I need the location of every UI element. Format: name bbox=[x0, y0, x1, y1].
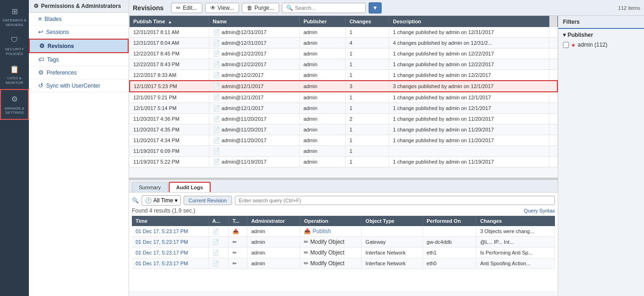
cell-performed-on bbox=[423, 226, 476, 237]
main-content: Revisions ✏ Edit... 👁 View... 🗑 Purge...… bbox=[129, 0, 644, 296]
table-row[interactable]: 12/31/2017 8:04 AM 📄admin@12/31/2017 adm… bbox=[130, 38, 557, 48]
cell-changes: 2 bbox=[345, 114, 389, 124]
audit-table-wrap: Time A... T... Administrator Operation O… bbox=[132, 216, 555, 288]
table-row[interactable]: 11/19/2017 5:22 PM 📄admin@11/19/2017 adm… bbox=[130, 157, 557, 167]
sidebar-icons: ⊞ GATEWAYS & SERVERS 🛡 SECURITY POLICIES… bbox=[0, 0, 29, 296]
cell-description bbox=[389, 146, 549, 157]
sidebar-item-sessions[interactable]: ↩ Sessions bbox=[29, 26, 129, 39]
table-row[interactable]: 12/1/2017 5:21 PM 📄admin@12/1/2017 admin… bbox=[130, 92, 557, 103]
sidebar-item-revisions[interactable]: ⚙ Revisions bbox=[29, 39, 129, 53]
table-row[interactable]: 12/1/2017 5:14 PM 📄admin@12/1/2017 admin… bbox=[130, 103, 557, 114]
audit-search-icon: 🔍 bbox=[132, 197, 139, 204]
cell-admin: admin bbox=[247, 226, 300, 237]
cell-name: 📄admin@12/1/2017 bbox=[209, 81, 300, 92]
edit-button[interactable]: ✏ Edit... bbox=[171, 3, 202, 13]
cell-scroll bbox=[549, 70, 558, 81]
cell-name: 📄admin@11/20/2017 bbox=[209, 114, 300, 124]
table-row[interactable]: 11/20/2017 4:34 PM 📄admin@11/20/2017 adm… bbox=[130, 135, 557, 146]
time-dropdown[interactable]: 🕐 All Time ▾ bbox=[142, 195, 181, 206]
col-changes[interactable]: Changes bbox=[476, 216, 555, 226]
current-revision-button[interactable]: Current Revision bbox=[184, 196, 232, 205]
cell-scroll bbox=[549, 146, 558, 157]
cell-changes: 1 bbox=[345, 157, 389, 167]
col-description[interactable]: Description bbox=[389, 16, 549, 27]
tab-summary[interactable]: Summary bbox=[132, 182, 168, 192]
cell-description: 1 change published by admin on 12/22/201… bbox=[389, 48, 549, 59]
sidebar-item-blades[interactable]: ≡ Blades bbox=[29, 13, 129, 26]
sidebar-item-security[interactable]: 🛡 SECURITY POLICIES bbox=[0, 31, 29, 60]
gear-icon: ⚙ bbox=[34, 3, 39, 9]
table-row[interactable]: 12/2/2017 8:33 AM 📄admin@12/2/2017 admin… bbox=[130, 70, 557, 81]
cell-scroll bbox=[549, 27, 558, 38]
chevron-down-icon: ▾ bbox=[175, 197, 178, 204]
cell-changes: 3 Objects were chang... bbox=[476, 226, 555, 237]
purge-button[interactable]: 🗑 Purge... bbox=[242, 3, 279, 13]
cell-a: 📄 bbox=[208, 248, 228, 258]
cell-time: 12/1/2017 5:23 PM bbox=[130, 81, 209, 92]
cell-a: 📄 bbox=[208, 237, 228, 248]
table-row[interactable]: 11/19/2017 6:09 PM 📄 admin 1 bbox=[130, 146, 557, 157]
col-time[interactable]: Time bbox=[132, 216, 208, 226]
col-administrator[interactable]: Administrator bbox=[247, 216, 300, 226]
blades-icon: ≡ bbox=[38, 15, 42, 22]
cell-t: ✏ bbox=[228, 258, 247, 269]
cell-changes: 1 bbox=[345, 124, 389, 135]
cell-time: 11/20/2017 4:34 PM bbox=[130, 135, 209, 146]
filter-section-title: ▾ Publisher bbox=[563, 32, 639, 38]
filter-admin-checkbox[interactable] bbox=[563, 42, 569, 48]
table-row[interactable]: 12/22/2017 8:43 PM 📄admin@12/22/2017 adm… bbox=[130, 59, 557, 70]
col-name[interactable]: Name bbox=[209, 16, 300, 27]
found-results: Found 4 results (1.9 sec.) Query Syntax bbox=[132, 207, 555, 214]
col-object-type[interactable]: Object Type bbox=[362, 216, 423, 226]
collapse-icon[interactable]: ▾ bbox=[563, 32, 566, 38]
nav-header: ⚙ Permissions & Administrators bbox=[29, 0, 129, 13]
cell-description: 4 changes published by admin on 12/31/2.… bbox=[389, 38, 549, 48]
sidebar-item-sync[interactable]: ↺ Sync with UserCenter bbox=[29, 79, 129, 92]
nav-item-label: Sessions bbox=[46, 29, 69, 35]
sidebar-item-logs[interactable]: 📋 LOGS & MONITOR bbox=[0, 60, 29, 89]
table-row[interactable]: 12/1/2017 5:23 PM 📄admin@12/1/2017 admin… bbox=[130, 81, 557, 92]
col-a[interactable]: A... bbox=[208, 216, 228, 226]
sidebar-item-manage[interactable]: ⚙ MANAGE & SETTINGS bbox=[0, 89, 29, 120]
view-button[interactable]: 👁 View... bbox=[205, 3, 239, 13]
col-changes[interactable]: Changes bbox=[345, 16, 389, 27]
table-row[interactable]: 01 Dec 17, 5:23:17 PM 📄 ✏ admin ✏ Modify… bbox=[132, 237, 555, 248]
col-publisher[interactable]: Publisher bbox=[300, 16, 346, 27]
table-row[interactable]: 12/22/2017 8:45 PM 📄admin@12/22/2017 adm… bbox=[130, 48, 557, 59]
col-t[interactable]: T... bbox=[228, 216, 247, 226]
cell-time: 01 Dec 17, 5:23:17 PM bbox=[132, 248, 208, 258]
cell-publisher: admin bbox=[300, 70, 346, 81]
cell-description: 1 change published by admin on 11/20/201… bbox=[389, 124, 549, 135]
cell-publisher: admin bbox=[300, 92, 346, 103]
table-row[interactable]: 11/20/2017 4:35 PM 📄admin@11/20/2017 adm… bbox=[130, 124, 557, 135]
table-row[interactable]: 11/20/2017 4:36 PM 📄admin@11/20/2017 adm… bbox=[130, 114, 557, 124]
cell-description: 1 change published by admin on 11/19/201… bbox=[389, 157, 549, 167]
revisions-icon: ⚙ bbox=[39, 42, 45, 49]
sidebar-item-preferences[interactable]: ⚙ Preferences bbox=[29, 66, 129, 79]
cell-name: 📄admin@11/19/2017 bbox=[209, 157, 300, 167]
table-section: Publish Time ▲ Name Publisher Changes De… bbox=[129, 16, 558, 296]
col-operation[interactable]: Operation bbox=[300, 216, 362, 226]
nav-item-label: Preferences bbox=[47, 69, 77, 76]
cell-publisher: admin bbox=[300, 27, 346, 38]
cell-publisher: admin bbox=[300, 48, 346, 59]
cell-changes: 1 bbox=[345, 103, 389, 114]
sidebar-item-gateways[interactable]: ⊞ GATEWAYS & SERVERS bbox=[0, 2, 29, 31]
col-performed-on[interactable]: Performed On bbox=[423, 216, 476, 226]
filters-title: Filters bbox=[558, 16, 644, 29]
cell-publisher: admin bbox=[300, 114, 346, 124]
audit-search-input[interactable] bbox=[239, 198, 551, 203]
filter-button[interactable]: ▼ bbox=[369, 2, 382, 14]
table-row[interactable]: 01 Dec 17, 5:23:17 PM 📄 📤 admin 📤 Publis… bbox=[132, 226, 555, 237]
table-row[interactable]: 12/31/2017 8:11 AM 📄admin@12/31/2017 adm… bbox=[130, 27, 557, 38]
cell-a: 📄 bbox=[208, 258, 228, 269]
table-row[interactable]: 01 Dec 17, 5:23:17 PM 📄 ✏ admin ✏ Modify… bbox=[132, 248, 555, 258]
audit-search-box bbox=[235, 196, 555, 205]
table-row[interactable]: 01 Dec 17, 5:23:17 PM 📄 ✏ admin ✏ Modify… bbox=[132, 258, 555, 269]
search-input[interactable] bbox=[295, 5, 362, 11]
sidebar-item-tags[interactable]: 🏷 Tags bbox=[29, 53, 129, 66]
col-publish-time[interactable]: Publish Time ▲ bbox=[130, 16, 209, 27]
filter-icon: ▼ bbox=[372, 5, 378, 11]
tab-audit-logs[interactable]: Audit Logs bbox=[169, 182, 210, 192]
query-syntax-link[interactable]: Query Syntax bbox=[524, 208, 555, 213]
